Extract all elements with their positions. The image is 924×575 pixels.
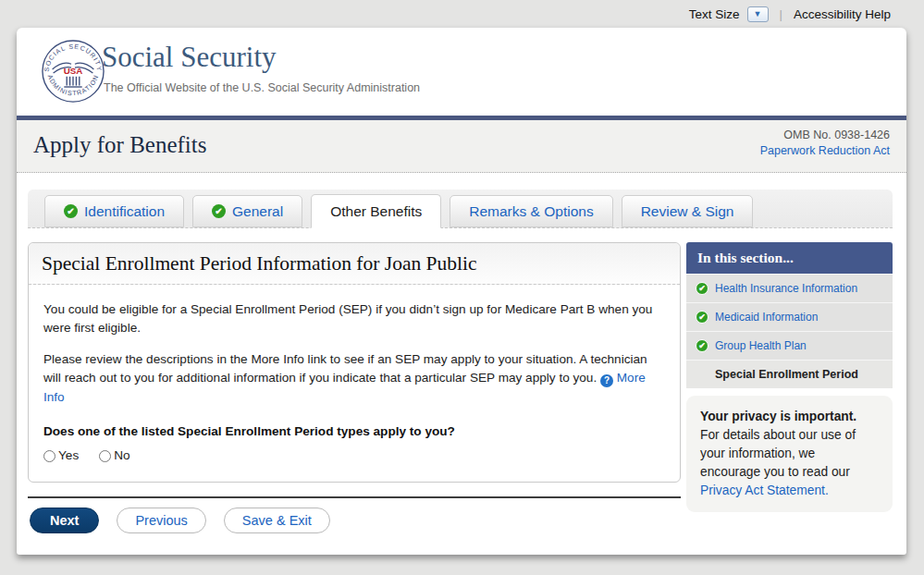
tab-strip: ✔ Identification ✔ General Other Benefit… xyxy=(28,190,893,228)
paperwork-reduction-act-link[interactable]: Paperwork Reduction Act xyxy=(760,143,890,159)
tab-label: Identification xyxy=(84,203,165,220)
seal-columns xyxy=(64,77,81,87)
section-heading: Special Enrollment Period Information fo… xyxy=(29,243,680,285)
check-icon: ✔ xyxy=(212,204,226,218)
text-size-label: Text Size xyxy=(689,7,740,21)
seal-usa-text: USA xyxy=(64,66,83,76)
divider: | xyxy=(780,7,782,21)
privacy-lead: Your privacy is important. xyxy=(700,410,856,423)
ssa-seal-logo: SOCIAL SECURITY ADMINISTRATION USA xyxy=(41,39,105,104)
section-sidebar: In this section... ✔ Health Insurance In… xyxy=(686,242,893,388)
next-button[interactable]: Next xyxy=(30,508,99,533)
privacy-notice: Your privacy is important. For details a… xyxy=(686,396,893,512)
tab-identification[interactable]: ✔ Identification xyxy=(44,195,184,227)
utility-bar: Text Size ▼ | Accessibility Help xyxy=(0,0,924,28)
sidebar-item-label: Group Health Plan xyxy=(715,339,807,352)
site-title: Social Security xyxy=(102,41,277,74)
radio-no-label: No xyxy=(114,447,129,465)
page-band: Apply for Benefits OMB No. 0938-1426 Pap… xyxy=(17,120,906,173)
tab-remarks-options[interactable]: Remarks & Options xyxy=(450,195,612,227)
sidebar-item-label: Health Insurance Information xyxy=(715,282,857,295)
tab-review-sign[interactable]: Review & Sign xyxy=(622,195,754,227)
accessibility-help-link[interactable]: Accessibility Help xyxy=(794,7,891,21)
radio-yes-label: Yes xyxy=(58,447,79,465)
sep-review-text: Please review the descriptions in the Mo… xyxy=(43,352,647,385)
radio-no-input[interactable] xyxy=(99,450,111,462)
check-icon: ✔ xyxy=(64,204,78,218)
tab-general[interactable]: ✔ General xyxy=(192,195,302,227)
sidebar-item-health-insurance[interactable]: ✔ Health Insurance Information xyxy=(686,274,893,302)
omb-number: OMB No. 0938-1426 xyxy=(760,128,890,143)
privacy-body: For details about our use of your inform… xyxy=(700,428,856,479)
sidebar-item-label: Medicaid Information xyxy=(715,311,818,324)
tab-other-benefits[interactable]: Other Benefits xyxy=(311,194,441,228)
tab-label: General xyxy=(232,203,283,220)
check-icon: ✔ xyxy=(696,311,708,324)
privacy-act-statement-link[interactable]: Privacy Act Statement. xyxy=(700,483,829,497)
form-navigation: Next Previous Save & Exit xyxy=(30,508,330,533)
check-icon: ✔ xyxy=(696,282,708,295)
sep-question-label: Does one of the listed Special Enrollmen… xyxy=(43,422,661,441)
page-title: Apply for Benefits xyxy=(33,132,206,158)
site-tagline: The Official Website of the U.S. Social … xyxy=(104,81,420,94)
brand-header: SOCIAL SECURITY ADMINISTRATION USA Socia… xyxy=(17,28,906,116)
help-icon[interactable]: ? xyxy=(600,374,613,387)
sidebar-item-group-health-plan[interactable]: ✔ Group Health Plan xyxy=(686,331,893,360)
sidebar-header: In this section... xyxy=(686,242,893,274)
chevron-down-icon: ▼ xyxy=(754,10,762,18)
radio-yes-option[interactable]: Yes xyxy=(43,447,79,465)
sep-information-panel: Special Enrollment Period Information fo… xyxy=(28,242,681,483)
tab-label: Remarks & Options xyxy=(469,203,593,220)
tab-label: Other Benefits xyxy=(330,203,422,220)
sidebar-item-special-enrollment-period: Special Enrollment Period xyxy=(686,360,893,388)
text-size-dropdown[interactable]: ▼ xyxy=(747,6,769,22)
tab-label: Review & Sign xyxy=(641,203,734,220)
sidebar-item-medicaid[interactable]: ✔ Medicaid Information xyxy=(686,302,893,331)
sep-radio-group: Yes No xyxy=(43,447,661,465)
previous-button[interactable]: Previous xyxy=(117,508,205,533)
radio-no-option[interactable]: No xyxy=(99,447,129,465)
application-card: SOCIAL SECURITY ADMINISTRATION USA Socia… xyxy=(17,28,906,555)
check-icon: ✔ xyxy=(696,339,708,352)
sep-review-paragraph: Please review the descriptions in the Mo… xyxy=(43,350,661,407)
sep-intro-paragraph: You could be eligible for a Special Enro… xyxy=(43,300,661,338)
radio-yes-input[interactable] xyxy=(43,450,55,462)
sidebar-item-label: Special Enrollment Period xyxy=(715,368,858,381)
footer-divider xyxy=(28,496,681,498)
save-exit-button[interactable]: Save & Exit xyxy=(224,508,330,533)
